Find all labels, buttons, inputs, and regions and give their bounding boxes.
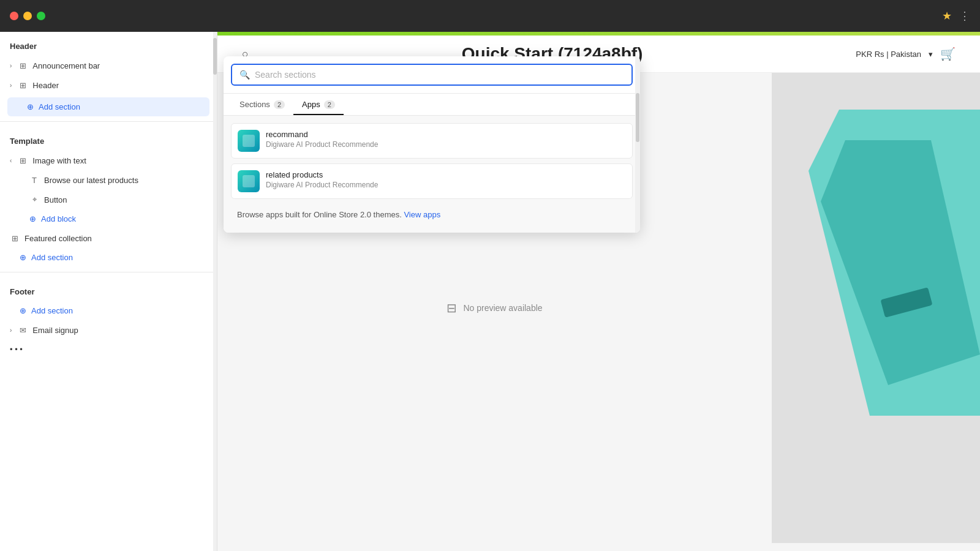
store-right-panel — [772, 73, 980, 543]
image-with-text-label: Image with text — [32, 156, 207, 165]
tab-apps[interactable]: Apps 2 — [293, 94, 344, 115]
plus-circle-icon: ⊕ — [20, 253, 26, 262]
add-section-template-label: Add section — [31, 253, 73, 262]
minimize-button[interactable] — [23, 12, 32, 20]
search-sections-popup: 🔍 Sections 2 Apps 2 — [224, 56, 640, 233]
add-section-footer-button[interactable]: ⊕ Add section — [0, 301, 217, 320]
close-button[interactable] — [10, 12, 18, 20]
app-item-recommand[interactable]: recommand Digiware AI Product Recommende — [231, 123, 633, 159]
maximize-button[interactable] — [37, 12, 45, 20]
no-preview-text: No preview available — [463, 303, 542, 313]
template-section-label: Template — [0, 127, 217, 151]
sidebar-item-more[interactable]: • • • — [0, 340, 217, 359]
add-section-header-button[interactable]: ⊕ Add section — [7, 97, 209, 116]
sidebar-item-header[interactable]: › ⊞ Header — [0, 75, 217, 95]
search-input[interactable] — [255, 70, 624, 80]
apps-tab-count: 2 — [324, 100, 335, 109]
header-label: Header — [32, 81, 207, 90]
app-name-related-products: related products — [266, 170, 626, 179]
layout-icon: ⊞ — [18, 61, 28, 70]
popup-scrollbar[interactable] — [635, 56, 640, 233]
apps-tab-label: Apps — [302, 100, 320, 109]
app-icon-related-products — [238, 170, 260, 192]
popup-content: recommand Digiware AI Product Recommende… — [224, 116, 640, 233]
layout-icon: ⊞ — [18, 80, 28, 90]
browse-text-label: Browse our latest products — [44, 176, 207, 185]
title-bar: ★ ⋮ — [0, 0, 980, 32]
text-icon: T — [29, 175, 39, 185]
star-icon[interactable]: ★ — [942, 9, 952, 23]
email-signup-label: Email signup — [32, 326, 207, 335]
tab-sections[interactable]: Sections 2 — [231, 94, 293, 115]
divider-1 — [0, 121, 217, 122]
app-desc-recommand: Digiware AI Product Recommende — [266, 140, 626, 149]
store-header-right: PKR Rs | Pakistan ▾ 🛒 — [856, 47, 956, 61]
chevron-down-icon: ‹ — [10, 157, 12, 164]
sidebar-item-image-with-text[interactable]: ‹ ⊞ Image with text — [0, 151, 217, 170]
more-options-icon[interactable]: ⋮ — [959, 9, 970, 23]
sidebar: Header › ⊞ Announcement bar › ⊞ Header ⊕… — [0, 32, 217, 551]
sections-tab-count: 2 — [274, 100, 285, 109]
dropdown-chevron-icon: ▾ — [929, 50, 933, 59]
sidebar-item-button[interactable]: ⌖ Button — [0, 190, 217, 209]
popup-tabs: Sections 2 Apps 2 — [224, 94, 640, 116]
footer-section-label: Footer — [0, 277, 217, 301]
app-item-related-products[interactable]: related products Digiware AI Product Rec… — [231, 163, 633, 199]
app-info-related-products: related products Digiware AI Product Rec… — [266, 170, 626, 189]
currency-region-label: PKR Rs | Pakistan — [856, 50, 921, 59]
add-section-template-button[interactable]: ⊕ Add section — [0, 248, 217, 267]
ellipsis-icon: • • • — [10, 345, 23, 354]
email-icon: ✉ — [18, 325, 28, 335]
search-box[interactable]: 🔍 — [231, 64, 633, 86]
apps-footer: Browse apps built for Online Store 2.0 t… — [231, 204, 633, 225]
plus-circle-icon: ⊕ — [27, 102, 34, 111]
sidebar-item-announcement-bar[interactable]: › ⊞ Announcement bar — [0, 56, 217, 75]
app-info-recommand: recommand Digiware AI Product Recommende — [266, 130, 626, 149]
plus-circle-icon: ⊕ — [29, 214, 36, 223]
add-block-button[interactable]: ⊕ Add block — [0, 209, 217, 228]
popup-scrollbar-thumb — [636, 93, 639, 142]
cart-icon[interactable]: 🛒 — [940, 47, 956, 61]
cursor-icon: ⌖ — [29, 195, 39, 204]
app-icon-recommand — [238, 130, 260, 152]
traffic-lights — [10, 12, 45, 20]
header-section-label: Header — [0, 32, 217, 56]
layout-icon: ⊞ — [10, 233, 20, 243]
divider-2 — [0, 272, 217, 272]
layout-icon: ⊞ — [18, 156, 28, 165]
no-preview-icon: ⊟ — [447, 301, 457, 315]
search-icon: 🔍 — [239, 70, 250, 80]
apps-footer-text: Browse apps built for Online Store 2.0 t… — [237, 210, 402, 219]
title-bar-right: ★ ⋮ — [942, 9, 970, 23]
chevron-right-icon: › — [10, 82, 12, 89]
preview-popup-area: ○ Quick Start (7124a8bf) PKR Rs | Pakist… — [217, 32, 980, 551]
view-apps-link[interactable]: View apps — [404, 210, 440, 219]
add-section-header-label: Add section — [39, 102, 80, 111]
no-preview-box: ⊟ No preview available — [447, 301, 542, 315]
sections-tab-label: Sections — [239, 100, 270, 109]
app-icon-inner-2 — [243, 175, 255, 187]
add-block-label: Add block — [41, 214, 76, 223]
teal-shape — [809, 110, 980, 416]
sidebar-item-browse-text[interactable]: T Browse our latest products — [0, 170, 217, 190]
sidebar-item-featured-collection[interactable]: ⊞ Featured collection — [0, 228, 217, 248]
popup-search: 🔍 — [224, 56, 640, 94]
app-icon-inner — [243, 135, 255, 147]
button-label: Button — [44, 195, 207, 204]
app-desc-related-products: Digiware AI Product Recommende — [266, 181, 626, 189]
announcement-bar-label: Announcement bar — [32, 61, 207, 70]
sidebar-item-email-signup[interactable]: › ✉ Email signup — [0, 320, 217, 340]
main-container: Header › ⊞ Announcement bar › ⊞ Header ⊕… — [0, 32, 980, 551]
featured-collection-label: Featured collection — [24, 234, 207, 243]
app-name-recommand: recommand — [266, 130, 626, 139]
plus-circle-icon: ⊕ — [20, 306, 26, 315]
chevron-right-icon: › — [10, 327, 12, 334]
add-section-footer-label: Add section — [31, 306, 73, 315]
chevron-right-icon: › — [10, 62, 12, 69]
